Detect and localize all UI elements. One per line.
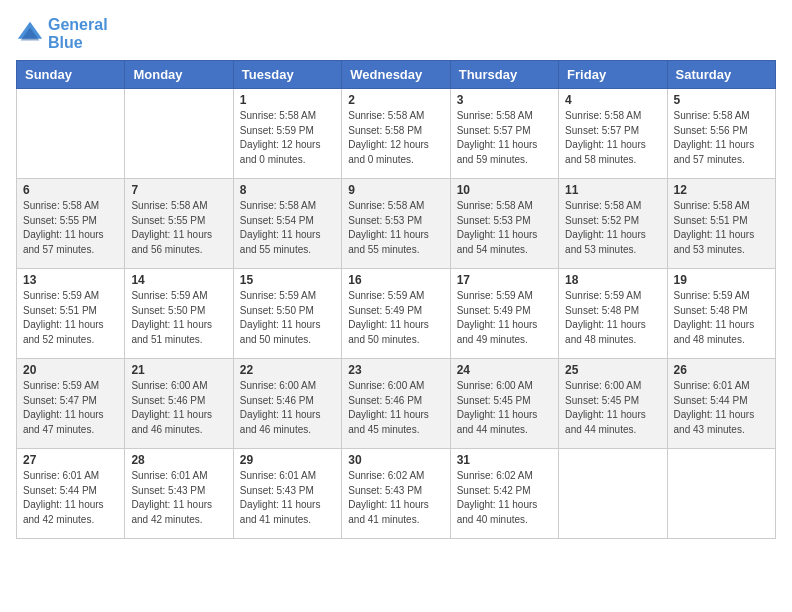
calendar-cell: 23Sunrise: 6:00 AM Sunset: 5:46 PM Dayli… [342, 359, 450, 449]
calendar-cell: 19Sunrise: 5:59 AM Sunset: 5:48 PM Dayli… [667, 269, 775, 359]
day-info: Sunrise: 6:01 AM Sunset: 5:43 PM Dayligh… [240, 469, 335, 527]
week-row-2: 6Sunrise: 5:58 AM Sunset: 5:55 PM Daylig… [17, 179, 776, 269]
calendar-cell: 25Sunrise: 6:00 AM Sunset: 5:45 PM Dayli… [559, 359, 667, 449]
weekday-header-thursday: Thursday [450, 61, 558, 89]
calendar-cell: 16Sunrise: 5:59 AM Sunset: 5:49 PM Dayli… [342, 269, 450, 359]
logo: General Blue [16, 16, 108, 52]
calendar-cell [125, 89, 233, 179]
calendar-cell: 24Sunrise: 6:00 AM Sunset: 5:45 PM Dayli… [450, 359, 558, 449]
day-info: Sunrise: 5:59 AM Sunset: 5:50 PM Dayligh… [131, 289, 226, 347]
day-number: 21 [131, 363, 226, 377]
day-number: 3 [457, 93, 552, 107]
calendar-cell [667, 449, 775, 539]
calendar-cell: 29Sunrise: 6:01 AM Sunset: 5:43 PM Dayli… [233, 449, 341, 539]
day-number: 29 [240, 453, 335, 467]
day-info: Sunrise: 5:59 AM Sunset: 5:48 PM Dayligh… [565, 289, 660, 347]
calendar-cell: 10Sunrise: 5:58 AM Sunset: 5:53 PM Dayli… [450, 179, 558, 269]
week-row-4: 20Sunrise: 5:59 AM Sunset: 5:47 PM Dayli… [17, 359, 776, 449]
day-number: 26 [674, 363, 769, 377]
weekday-header-monday: Monday [125, 61, 233, 89]
day-number: 4 [565, 93, 660, 107]
day-info: Sunrise: 6:00 AM Sunset: 5:46 PM Dayligh… [348, 379, 443, 437]
day-number: 25 [565, 363, 660, 377]
calendar-cell: 1Sunrise: 5:58 AM Sunset: 5:59 PM Daylig… [233, 89, 341, 179]
day-info: Sunrise: 5:59 AM Sunset: 5:48 PM Dayligh… [674, 289, 769, 347]
logo-icon [16, 20, 44, 48]
week-row-1: 1Sunrise: 5:58 AM Sunset: 5:59 PM Daylig… [17, 89, 776, 179]
day-number: 6 [23, 183, 118, 197]
day-info: Sunrise: 5:58 AM Sunset: 5:56 PM Dayligh… [674, 109, 769, 167]
weekday-header-sunday: Sunday [17, 61, 125, 89]
calendar-cell: 17Sunrise: 5:59 AM Sunset: 5:49 PM Dayli… [450, 269, 558, 359]
day-number: 5 [674, 93, 769, 107]
day-number: 10 [457, 183, 552, 197]
calendar-cell: 2Sunrise: 5:58 AM Sunset: 5:58 PM Daylig… [342, 89, 450, 179]
day-number: 22 [240, 363, 335, 377]
day-number: 18 [565, 273, 660, 287]
day-number: 16 [348, 273, 443, 287]
day-number: 12 [674, 183, 769, 197]
page-header: General Blue [16, 16, 776, 52]
day-info: Sunrise: 5:58 AM Sunset: 5:53 PM Dayligh… [457, 199, 552, 257]
calendar-cell: 9Sunrise: 5:58 AM Sunset: 5:53 PM Daylig… [342, 179, 450, 269]
day-info: Sunrise: 6:00 AM Sunset: 5:46 PM Dayligh… [240, 379, 335, 437]
day-info: Sunrise: 6:00 AM Sunset: 5:45 PM Dayligh… [565, 379, 660, 437]
calendar-cell: 11Sunrise: 5:58 AM Sunset: 5:52 PM Dayli… [559, 179, 667, 269]
day-number: 13 [23, 273, 118, 287]
weekday-header-row: SundayMondayTuesdayWednesdayThursdayFrid… [17, 61, 776, 89]
day-info: Sunrise: 5:58 AM Sunset: 5:52 PM Dayligh… [565, 199, 660, 257]
day-number: 1 [240, 93, 335, 107]
day-info: Sunrise: 6:00 AM Sunset: 5:45 PM Dayligh… [457, 379, 552, 437]
calendar-cell: 15Sunrise: 5:59 AM Sunset: 5:50 PM Dayli… [233, 269, 341, 359]
day-number: 9 [348, 183, 443, 197]
day-info: Sunrise: 6:02 AM Sunset: 5:43 PM Dayligh… [348, 469, 443, 527]
calendar-cell: 27Sunrise: 6:01 AM Sunset: 5:44 PM Dayli… [17, 449, 125, 539]
day-number: 31 [457, 453, 552, 467]
calendar-cell: 22Sunrise: 6:00 AM Sunset: 5:46 PM Dayli… [233, 359, 341, 449]
day-number: 14 [131, 273, 226, 287]
calendar-cell: 4Sunrise: 5:58 AM Sunset: 5:57 PM Daylig… [559, 89, 667, 179]
day-info: Sunrise: 5:58 AM Sunset: 5:51 PM Dayligh… [674, 199, 769, 257]
day-info: Sunrise: 5:59 AM Sunset: 5:51 PM Dayligh… [23, 289, 118, 347]
calendar-cell [559, 449, 667, 539]
day-number: 8 [240, 183, 335, 197]
day-info: Sunrise: 5:59 AM Sunset: 5:49 PM Dayligh… [457, 289, 552, 347]
week-row-3: 13Sunrise: 5:59 AM Sunset: 5:51 PM Dayli… [17, 269, 776, 359]
day-number: 15 [240, 273, 335, 287]
day-info: Sunrise: 6:01 AM Sunset: 5:44 PM Dayligh… [674, 379, 769, 437]
calendar-cell: 26Sunrise: 6:01 AM Sunset: 5:44 PM Dayli… [667, 359, 775, 449]
day-number: 7 [131, 183, 226, 197]
calendar-cell: 12Sunrise: 5:58 AM Sunset: 5:51 PM Dayli… [667, 179, 775, 269]
calendar-cell: 8Sunrise: 5:58 AM Sunset: 5:54 PM Daylig… [233, 179, 341, 269]
week-row-5: 27Sunrise: 6:01 AM Sunset: 5:44 PM Dayli… [17, 449, 776, 539]
calendar-cell: 30Sunrise: 6:02 AM Sunset: 5:43 PM Dayli… [342, 449, 450, 539]
day-number: 2 [348, 93, 443, 107]
weekday-header-friday: Friday [559, 61, 667, 89]
day-info: Sunrise: 6:01 AM Sunset: 5:44 PM Dayligh… [23, 469, 118, 527]
weekday-header-wednesday: Wednesday [342, 61, 450, 89]
day-info: Sunrise: 5:58 AM Sunset: 5:54 PM Dayligh… [240, 199, 335, 257]
day-number: 17 [457, 273, 552, 287]
calendar-cell [17, 89, 125, 179]
day-info: Sunrise: 5:59 AM Sunset: 5:50 PM Dayligh… [240, 289, 335, 347]
calendar-cell: 6Sunrise: 5:58 AM Sunset: 5:55 PM Daylig… [17, 179, 125, 269]
calendar-cell: 28Sunrise: 6:01 AM Sunset: 5:43 PM Dayli… [125, 449, 233, 539]
day-info: Sunrise: 5:58 AM Sunset: 5:57 PM Dayligh… [457, 109, 552, 167]
day-number: 30 [348, 453, 443, 467]
day-number: 27 [23, 453, 118, 467]
day-number: 24 [457, 363, 552, 377]
day-info: Sunrise: 5:58 AM Sunset: 5:58 PM Dayligh… [348, 109, 443, 167]
day-number: 19 [674, 273, 769, 287]
day-info: Sunrise: 6:01 AM Sunset: 5:43 PM Dayligh… [131, 469, 226, 527]
calendar-cell: 31Sunrise: 6:02 AM Sunset: 5:42 PM Dayli… [450, 449, 558, 539]
day-number: 23 [348, 363, 443, 377]
day-info: Sunrise: 5:59 AM Sunset: 5:47 PM Dayligh… [23, 379, 118, 437]
day-number: 28 [131, 453, 226, 467]
day-number: 20 [23, 363, 118, 377]
calendar-cell: 5Sunrise: 5:58 AM Sunset: 5:56 PM Daylig… [667, 89, 775, 179]
logo-text: General Blue [48, 16, 108, 52]
day-info: Sunrise: 5:58 AM Sunset: 5:53 PM Dayligh… [348, 199, 443, 257]
calendar-cell: 20Sunrise: 5:59 AM Sunset: 5:47 PM Dayli… [17, 359, 125, 449]
day-info: Sunrise: 6:00 AM Sunset: 5:46 PM Dayligh… [131, 379, 226, 437]
day-info: Sunrise: 5:58 AM Sunset: 5:55 PM Dayligh… [23, 199, 118, 257]
